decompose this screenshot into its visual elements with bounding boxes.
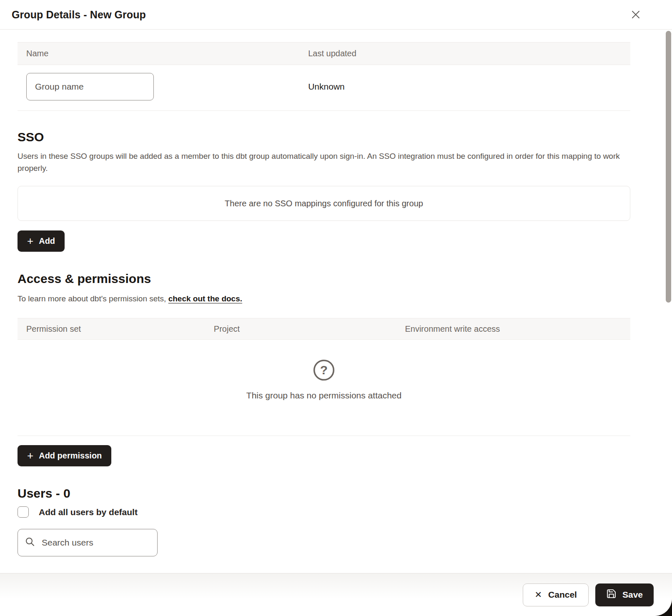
- save-label: Save: [622, 590, 643, 600]
- close-icon: [629, 8, 642, 22]
- add-permission-button[interactable]: + Add permission: [18, 445, 111, 466]
- search-users-input[interactable]: [41, 537, 155, 548]
- permissions-description: To learn more about dbt's permission set…: [18, 293, 630, 305]
- search-icon: [25, 537, 35, 548]
- plus-icon: +: [27, 450, 33, 461]
- add-all-users-checkbox[interactable]: [18, 506, 29, 518]
- users-heading: Users - 0: [18, 486, 630, 501]
- sso-add-button[interactable]: + Add: [18, 230, 65, 252]
- save-icon: [606, 588, 617, 601]
- sso-heading: SSO: [18, 130, 630, 144]
- cancel-button[interactable]: ✕ Cancel: [523, 583, 588, 606]
- add-all-users-label: Add all users by default: [39, 507, 138, 517]
- column-header-last-updated: Last updated: [299, 49, 630, 58]
- permissions-heading: Access & permissions: [18, 272, 630, 286]
- column-header-name: Name: [18, 49, 299, 58]
- name-table-header: Name Last updated: [18, 42, 630, 65]
- permissions-table-header: Permission set Project Environment write…: [18, 318, 630, 340]
- cancel-label: Cancel: [548, 590, 577, 600]
- name-table: Name Last updated Unknown: [18, 42, 630, 111]
- docs-link[interactable]: check out the docs.: [168, 294, 242, 303]
- modal-title: Group Details - New Group: [12, 9, 146, 21]
- modal-footer: ✕ Cancel Save: [0, 573, 672, 616]
- add-permission-label: Add permission: [39, 451, 102, 461]
- last-updated-value: Unknown: [299, 82, 630, 92]
- column-header-permission-set: Permission set: [18, 324, 205, 334]
- permissions-empty-state: ? This group has no permissions attached: [18, 340, 630, 436]
- sso-description: Users in these SSO groups will be added …: [18, 150, 630, 174]
- permissions-empty-message: This group has no permissions attached: [18, 391, 630, 401]
- group-name-cell: [18, 73, 299, 100]
- sso-add-label: Add: [39, 236, 55, 246]
- cancel-x-icon: ✕: [534, 590, 542, 600]
- scrollbar-thumb[interactable]: [666, 31, 671, 303]
- name-table-row: Unknown: [18, 65, 630, 111]
- modal-content: Name Last updated Unknown SSO Users in t…: [0, 42, 672, 556]
- column-header-project: Project: [205, 324, 396, 334]
- plus-icon: +: [27, 235, 33, 246]
- modal-header: Group Details - New Group: [0, 0, 672, 30]
- permissions-description-text: To learn more about dbt's permission set…: [18, 294, 168, 303]
- svg-text:?: ?: [320, 363, 328, 377]
- close-button[interactable]: [629, 8, 642, 22]
- question-circle-icon: ?: [313, 376, 335, 383]
- column-header-environment-write-access: Environment write access: [396, 324, 630, 334]
- group-name-input[interactable]: [26, 73, 154, 100]
- sso-empty-state: There are no SSO mappings configured for…: [18, 186, 630, 221]
- save-button[interactable]: Save: [595, 583, 654, 606]
- add-all-users-row: Add all users by default: [18, 506, 630, 518]
- search-users-box: [18, 529, 158, 556]
- group-details-modal: Group Details - New Group Name Last upda…: [0, 0, 672, 616]
- sso-empty-message: There are no SSO mappings configured for…: [225, 199, 423, 208]
